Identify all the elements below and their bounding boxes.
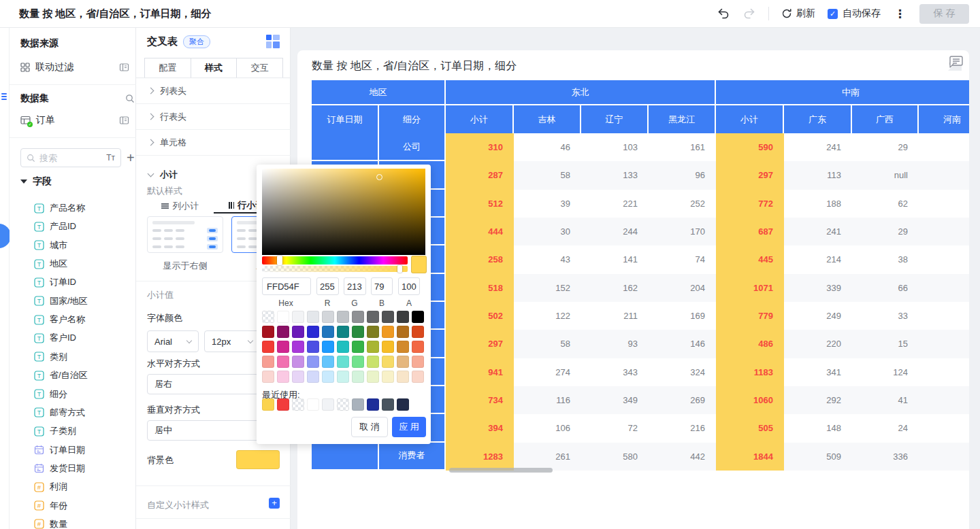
sidebar-field-item[interactable]: T国家/地区 [34,294,136,308]
palette-swatch[interactable] [412,356,424,368]
sidebar-field-item[interactable]: T客户ID [34,331,136,345]
pivot-cell[interactable]: 341 [784,358,852,386]
palette-swatch[interactable] [262,356,274,368]
font-family-select[interactable]: Arial [147,330,199,352]
pivot-rowhead-segment[interactable]: 公司 [379,133,446,161]
palette-swatch[interactable] [322,341,334,353]
panel-section-单元格[interactable]: 单元格 [136,130,291,156]
sidebar-field-item[interactable]: T产品名称 [34,201,136,215]
pivot-cell[interactable] [919,218,969,245]
pivot-cell[interactable]: 41 [852,386,919,414]
pivot-cell[interactable]: 941 [446,358,514,386]
recent-color-swatch[interactable] [292,398,304,411]
palette-swatch[interactable] [307,341,319,353]
pivot-cell[interactable]: 74 [649,245,716,273]
green-input[interactable] [344,277,366,295]
panel-tab-交互[interactable]: 交互 [236,58,283,78]
recent-color-swatch[interactable] [337,398,349,411]
pivot-cell[interactable] [919,443,969,471]
recent-color-swatch[interactable] [307,398,319,411]
recent-color-swatch[interactable] [382,398,394,411]
pivot-cell[interactable]: 221 [581,190,649,218]
sidebar-field-item[interactable]: #数量 [34,517,136,529]
sidebar-field-item[interactable]: #利润 [34,480,136,494]
dataset-search-icon[interactable] [125,94,135,103]
sidebar-field-item[interactable]: 发货日期 [34,462,136,475]
pivot-cell[interactable]: 249 [784,302,852,330]
palette-swatch[interactable] [307,371,319,383]
pivot-cell[interactable]: 287 [446,161,514,189]
hue-slider[interactable] [262,256,408,264]
background-color-swatch[interactable] [236,450,280,469]
palette-swatch[interactable] [262,341,274,353]
pivot-cell[interactable]: 188 [784,190,852,218]
pivot-cell[interactable]: 274 [514,358,581,386]
pivot-cell[interactable]: 29 [852,133,919,161]
panel-tab-样式[interactable]: 样式 [191,58,237,78]
palette-swatch[interactable] [292,371,304,383]
dataset-item-orders[interactable]: ✓ 订单 [20,112,129,129]
sidebar-field-item[interactable]: 订单日期 [34,443,136,457]
red-input[interactable] [316,277,339,295]
pivot-cell[interactable]: 29 [852,218,919,245]
subtotal-position-right-option[interactable] [147,216,223,253]
palette-swatch[interactable] [412,311,424,323]
palette-swatch[interactable] [337,311,349,323]
palette-swatch[interactable] [292,341,304,353]
recent-color-swatch[interactable] [352,398,364,411]
pivot-cell[interactable] [919,302,969,330]
pivot-cell[interactable]: 394 [446,414,514,442]
cancel-button[interactable]: 取 消 [351,417,388,437]
pivot-cell[interactable]: 580 [581,443,649,471]
pivot-cell[interactable]: 444 [446,218,514,245]
pivot-cell[interactable]: 292 [784,386,852,414]
palette-swatch[interactable] [307,356,319,368]
pivot-column-header[interactable]: 广东 [784,105,852,133]
hex-input[interactable] [262,277,311,295]
palette-swatch[interactable] [322,311,334,323]
pivot-cell[interactable]: 24 [852,414,919,442]
sidebar-field-item[interactable]: T细分 [34,388,136,401]
palette-swatch[interactable] [277,311,289,323]
palette-swatch[interactable] [292,326,304,338]
sidebar-field-item[interactable]: T产品ID [34,220,136,233]
pivot-cell[interactable] [919,133,969,161]
recent-color-swatch[interactable] [322,398,334,411]
pivot-cell[interactable]: 38 [852,245,919,273]
palette-swatch[interactable] [412,341,424,353]
alpha-slider-handle[interactable] [397,265,402,273]
palette-swatch[interactable] [352,326,364,338]
pivot-cell[interactable]: 113 [784,161,852,189]
pivot-column-header[interactable]: 吉林 [514,105,581,133]
pivot-column-header[interactable]: 河南 [919,105,969,133]
pivot-cell[interactable]: 509 [784,443,852,471]
blue-input[interactable] [371,277,393,295]
pivot-rowhead-segment[interactable]: 消费者 [379,443,446,471]
pivot-table-icon[interactable] [266,35,280,48]
palette-swatch[interactable] [277,356,289,368]
palette-swatch[interactable] [337,341,349,353]
pivot-cell[interactable]: 1060 [716,386,784,414]
pivot-column-header[interactable]: 辽宁 [581,105,649,133]
pivot-cell[interactable]: 66 [852,274,919,302]
saturation-value-area[interactable] [262,169,425,255]
palette-swatch[interactable] [412,326,424,338]
pivot-cell[interactable]: 220 [784,330,852,358]
field-search-box[interactable]: Tт [20,148,121,167]
subtotal-section-toggle[interactable]: 小计 [148,169,178,181]
palette-swatch[interactable] [262,371,274,383]
pivot-cell[interactable]: 590 [716,133,784,161]
palette-swatch[interactable] [397,371,409,383]
pivot-cell[interactable]: 124 [852,358,919,386]
palette-swatch[interactable] [382,326,394,338]
palette-swatch[interactable] [262,326,274,338]
add-custom-style-button[interactable]: + [269,498,280,509]
pivot-cell[interactable]: 779 [716,302,784,330]
palette-swatch[interactable] [337,326,349,338]
palette-swatch[interactable] [397,311,409,323]
pivot-cell[interactable] [919,358,969,386]
palette-swatch[interactable] [412,371,424,383]
sidebar-field-item[interactable]: T类别 [34,350,136,364]
pivot-rowhead-date[interactable] [312,133,379,161]
pivot-cell[interactable]: 241 [784,133,852,161]
